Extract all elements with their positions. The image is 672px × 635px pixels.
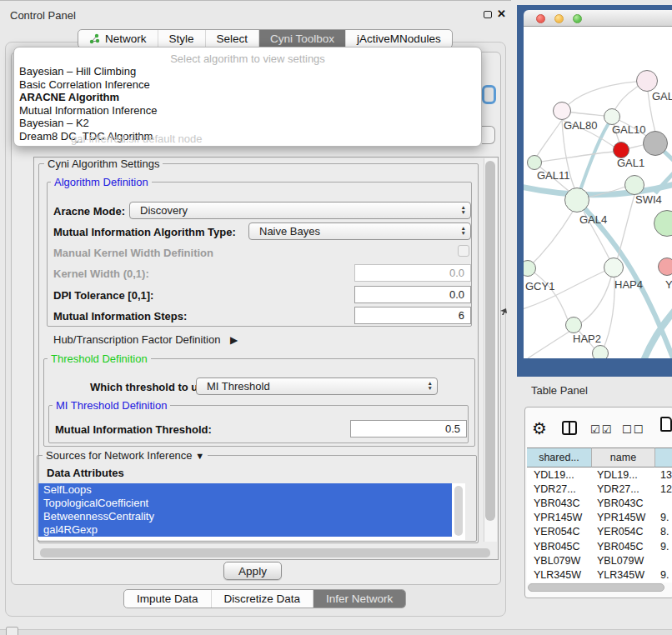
tab-style[interactable]: Style [158, 30, 205, 48]
manual-kernel-checkbox[interactable] [458, 245, 469, 257]
column-header-shared-name[interactable]: shared... [527, 448, 592, 468]
mi-type-select[interactable]: Naive Bayes ▲▼ [248, 222, 471, 240]
unchecked-checkboxes-icon[interactable]: ☐☐ [622, 423, 644, 436]
settings-horizontal-scrollbar-thumb[interactable] [40, 548, 490, 558]
table-cell: YLR345W [592, 569, 655, 581]
attribute-option[interactable]: BetweennessCentrality [38, 510, 452, 523]
network-node[interactable] [564, 188, 589, 212]
kernel-width-field[interactable]: 0.0 [354, 264, 471, 282]
node-label: HAP4 [614, 278, 643, 291]
collapse-down-icon: ▼ [195, 451, 204, 461]
table-cell: YPR145W [592, 512, 655, 523]
aracne-mode-select[interactable]: Discovery ▲▼ [129, 202, 471, 219]
tab-network[interactable]: Network [78, 30, 158, 48]
sources-title[interactable]: Sources for Network Inference ▼ [43, 449, 208, 462]
attribute-option[interactable]: SelfLoops [38, 483, 452, 497]
attributes-scrollbar-thumb[interactable] [454, 486, 463, 536]
table-cell: YBR045C [527, 541, 592, 552]
algorithm-option[interactable]: Bayesian – Hill Climbing [14, 65, 481, 78]
table-row[interactable]: YBR043CYBR043C [527, 496, 672, 510]
tab-jactivemnodules[interactable]: jActiveMNodules [345, 30, 452, 48]
attribute-option[interactable]: TopologicalCoefficient [38, 497, 452, 510]
traffic-light-minimize-icon[interactable] [554, 14, 564, 23]
table-row[interactable]: YER054CYER054C8. [527, 525, 672, 539]
algorithm-dropdown-popup: Select algorithm to view settings Bayesi… [13, 47, 482, 147]
tab-select[interactable]: Select [205, 30, 259, 48]
algorithm-option[interactable]: ARACNE Algorithm [14, 91, 481, 104]
table-row[interactable]: YLR345WYLR345W9. [527, 568, 672, 582]
control-panel-titlebar [0, 0, 511, 25]
algorithm-list: Bayesian – Hill ClimbingBasic Correlatio… [14, 65, 481, 142]
table-row[interactable]: YBL079WYBL079W [527, 553, 672, 568]
attribute-option[interactable]: gal4RGexp [38, 523, 452, 537]
algorithm-option[interactable]: Mutual Information Inference [14, 104, 481, 118]
tab-select-label: Select [217, 32, 248, 45]
traffic-light-close-icon[interactable] [536, 14, 545, 23]
table-cell: YBR045C [592, 541, 655, 552]
node-label: GAL10 [612, 123, 645, 136]
table-row[interactable]: YIL053CYIL053C9 [527, 582, 672, 583]
traffic-light-zoom-icon[interactable] [573, 14, 582, 23]
algorithm-placeholder: Select algorithm to view settings [14, 48, 481, 65]
network-window-titlebar[interactable] [524, 10, 672, 27]
column-header-name[interactable]: name [592, 448, 655, 468]
tab-cyni-toolbox-label: Cyni Toolbox [270, 32, 334, 45]
table-cell: 12 [655, 483, 672, 495]
algorithm-option[interactable]: Bayesian – K2 [14, 117, 481, 130]
mi-threshold-field[interactable]: 0.5 [350, 420, 467, 438]
tab-infer-network[interactable]: Infer Network [313, 590, 405, 608]
hub-definition-toggle[interactable]: Hub/Transcription Factor Definition ▶ [53, 333, 238, 346]
dpi-tolerance-label: DPI Tolerance [0,1]: [53, 289, 153, 302]
which-threshold-select[interactable]: MI Threshold ▲▼ [196, 378, 438, 395]
table-row[interactable]: YDL19...YDL19...13 [527, 468, 672, 482]
combo-fragment [482, 126, 495, 144]
mouse-cursor [500, 306, 507, 318]
tab-cyni-toolbox[interactable]: Cyni Toolbox [258, 30, 345, 48]
dpi-tolerance-field[interactable]: 0.0 [354, 286, 471, 303]
algorithm-option[interactable]: Dream8 DC_TDC Algorithm [14, 130, 481, 143]
algorithm-definition-title: Algorithm Definition [51, 176, 152, 188]
stepper-icon: ▲▼ [461, 205, 466, 215]
network-node[interactable] [658, 258, 672, 276]
split-pane-icon[interactable] [562, 421, 577, 435]
network-node[interactable] [565, 317, 582, 333]
network-node[interactable] [592, 345, 609, 358]
tab-discretize-data-label: Discretize Data [224, 592, 301, 605]
network-node[interactable] [643, 131, 668, 156]
gear-icon[interactable]: ⚙ [532, 418, 547, 438]
network-node[interactable] [613, 142, 629, 158]
checked-checkboxes-icon[interactable]: ☑☑ [590, 423, 613, 436]
table-row[interactable]: YDR27...YDR27...12 [527, 482, 672, 496]
network-node[interactable] [604, 258, 624, 278]
network-node[interactable] [527, 155, 542, 170]
table-row[interactable]: YPR145WYPR145W9. [527, 511, 672, 525]
table-row[interactable]: YBR045CYBR045C9. [527, 539, 672, 553]
tab-impute-data[interactable]: Impute Data [124, 590, 211, 608]
network-node[interactable] [604, 108, 620, 125]
network-node[interactable] [624, 175, 644, 195]
settings-vertical-scrollbar-thumb[interactable] [485, 161, 495, 521]
table-cell: YBR043C [527, 498, 592, 509]
algorithm-option[interactable]: Basic Correlation Inference [14, 78, 481, 92]
table-horizontal-scrollbar-thumb[interactable] [528, 583, 664, 592]
tab-impute-data-label: Impute Data [137, 592, 198, 605]
tab-discretize-data[interactable]: Discretize Data [211, 590, 313, 608]
bottom-strip [0, 629, 672, 635]
aracne-mode-label: Aracne Mode: [53, 205, 125, 218]
threshold-definition-title: Threshold Definition [48, 352, 151, 365]
apply-button[interactable]: Apply [223, 562, 282, 580]
table-cell: YPR145W [527, 512, 592, 523]
node-label: SWI4 [635, 193, 662, 206]
document-icon[interactable] [660, 417, 672, 432]
control-panel-title: Control Panel [10, 9, 76, 22]
window-restore-icon[interactable] [484, 11, 492, 18]
network-node[interactable] [553, 102, 571, 120]
close-icon[interactable]: ✕ [497, 8, 506, 20]
mi-threshold-group-title: MI Threshold Definition [53, 399, 170, 412]
mi-steps-field[interactable]: 6 [354, 307, 471, 324]
network-view-canvas[interactable]: GALGAL80GAL10GAL1GAL11SWI4GAL4GCY1HAP4YH… [524, 27, 672, 358]
mini-panel-button[interactable] [6, 627, 18, 635]
column-header-clipped[interactable] [655, 448, 672, 468]
network-node[interactable] [636, 70, 658, 92]
table-cell: YDL19... [592, 469, 655, 481]
